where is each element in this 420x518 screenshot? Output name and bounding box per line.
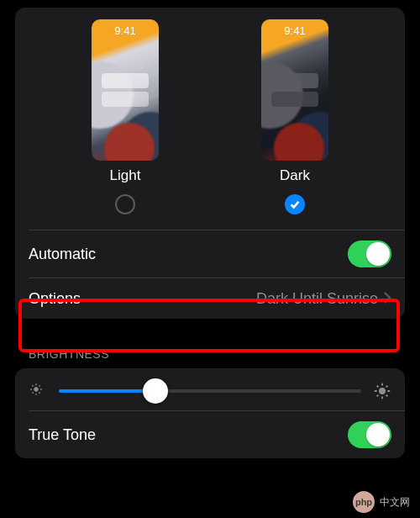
brightness-slider-row (15, 368, 405, 410)
light-preview: 9:41 (92, 19, 159, 161)
slider-thumb[interactable] (143, 378, 168, 404)
svg-line-6 (39, 392, 39, 393)
preview-time: 9:41 (261, 24, 328, 37)
watermark-logo: php (353, 491, 375, 513)
sun-low-icon (29, 382, 47, 400)
appearance-panel: 9:41 Light 9:41 Dark Automatic (15, 8, 405, 319)
appearance-row: 9:41 Light 9:41 Dark (15, 8, 405, 230)
light-label: Light (110, 167, 141, 184)
appearance-dark-cell[interactable]: 9:41 Dark (261, 19, 328, 214)
svg-line-15 (386, 395, 388, 397)
brightness-header: BRIGHTNESS (29, 347, 391, 361)
svg-line-8 (39, 385, 39, 386)
svg-line-14 (377, 386, 379, 388)
true-tone-switch[interactable] (348, 421, 391, 448)
svg-point-0 (34, 388, 39, 392)
watermark-text: 中文网 (376, 494, 413, 510)
dark-radio[interactable] (285, 194, 305, 214)
svg-line-7 (32, 392, 33, 393)
true-tone-row: True Tone (15, 411, 405, 458)
options-value: Dark Until Sunrise (256, 290, 378, 308)
light-radio[interactable] (115, 194, 135, 214)
automatic-label: Automatic (29, 246, 96, 263)
options-row[interactable]: Options Dark Until Sunrise (15, 278, 405, 319)
svg-point-9 (379, 388, 385, 394)
automatic-switch[interactable] (348, 240, 391, 267)
svg-line-17 (386, 386, 388, 388)
automatic-row: Automatic (15, 230, 405, 278)
brightness-slider[interactable] (59, 389, 361, 393)
svg-line-5 (32, 385, 33, 386)
preview-time: 9:41 (92, 24, 159, 37)
options-label: Options (29, 290, 81, 308)
watermark: php 中文网 (353, 491, 413, 513)
chevron-right-icon (383, 290, 391, 307)
appearance-light-cell[interactable]: 9:41 Light (92, 19, 159, 214)
brightness-panel: True Tone (15, 368, 405, 458)
true-tone-label: True Tone (29, 426, 96, 444)
dark-preview: 9:41 (261, 19, 328, 161)
sun-high-icon (373, 382, 391, 400)
dark-label: Dark (280, 167, 310, 184)
svg-line-16 (377, 395, 379, 397)
slider-fill (59, 389, 155, 393)
